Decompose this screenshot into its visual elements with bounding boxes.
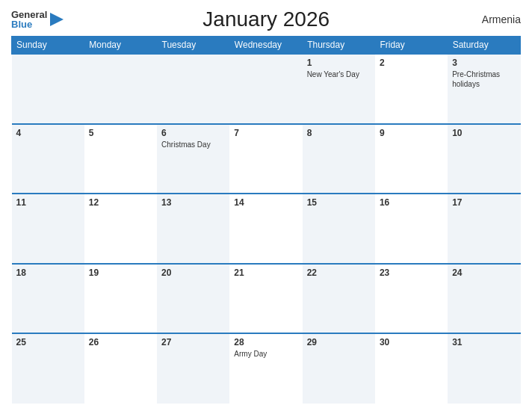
day-cell: 21 xyxy=(229,264,302,334)
day-number: 19 xyxy=(89,268,152,278)
day-number: 30 xyxy=(380,337,443,347)
day-cell: 12 xyxy=(84,194,157,264)
header-monday: Monday xyxy=(84,37,157,55)
week-row-3: 11121314151617 xyxy=(12,194,521,264)
day-number: 29 xyxy=(307,337,371,347)
day-cell: 3Pre-Christmas holidays xyxy=(448,54,520,124)
day-number: 24 xyxy=(452,268,516,278)
day-cell: 31 xyxy=(448,333,520,404)
day-cell: 10 xyxy=(448,124,520,194)
day-number: 25 xyxy=(16,337,80,347)
day-cell: 11 xyxy=(12,194,84,264)
day-cell: 2 xyxy=(375,54,448,124)
day-number: 28 xyxy=(234,337,297,347)
day-cell xyxy=(12,54,84,124)
day-number: 11 xyxy=(16,197,80,208)
day-cell: 20 xyxy=(157,264,229,334)
day-cell xyxy=(157,54,229,124)
day-number: 23 xyxy=(380,268,443,278)
day-number: 22 xyxy=(307,268,371,278)
weekday-header-row: Sunday Monday Tuesday Wednesday Thursday… xyxy=(12,37,521,55)
day-cell xyxy=(229,54,302,124)
day-number: 5 xyxy=(89,128,152,138)
day-number: 16 xyxy=(380,197,443,208)
day-number: 7 xyxy=(234,128,297,138)
header-saturday: Saturday xyxy=(448,37,520,55)
calendar-table: Sunday Monday Tuesday Wednesday Thursday… xyxy=(11,36,521,404)
header-tuesday: Tuesday xyxy=(157,37,229,55)
day-cell: 29 xyxy=(303,333,375,404)
svg-marker-0 xyxy=(50,13,64,26)
day-cell: 4 xyxy=(12,124,84,194)
day-number: 20 xyxy=(161,268,225,278)
day-cell: 19 xyxy=(84,264,157,334)
day-number: 18 xyxy=(16,268,80,278)
header-friday: Friday xyxy=(375,37,448,55)
day-cell: 13 xyxy=(157,194,229,264)
logo-blue: Blue xyxy=(11,19,47,29)
day-cell: 28Army Day xyxy=(229,333,302,404)
day-number: 15 xyxy=(307,197,371,208)
day-cell: 27 xyxy=(157,333,229,404)
header-thursday: Thursday xyxy=(303,37,375,55)
week-row-2: 456Christmas Day78910 xyxy=(12,124,521,194)
header-wednesday: Wednesday xyxy=(229,37,302,55)
day-number: 9 xyxy=(380,128,443,138)
holiday-label: Christmas Day xyxy=(161,140,211,149)
day-number: 13 xyxy=(161,197,225,208)
day-cell: 14 xyxy=(229,194,302,264)
day-cell: 23 xyxy=(375,264,448,334)
day-cell: 9 xyxy=(375,124,448,194)
country-label: Armenia xyxy=(468,13,521,25)
day-cell: 17 xyxy=(448,194,520,264)
day-cell: 7 xyxy=(229,124,302,194)
holiday-label: Army Day xyxy=(234,350,267,358)
calendar-header: General Blue January 2026 Armenia xyxy=(11,7,521,31)
day-cell: 1New Year's Day xyxy=(303,54,375,124)
day-number: 14 xyxy=(234,197,297,208)
day-number: 6 xyxy=(161,128,225,138)
day-number: 12 xyxy=(89,197,152,208)
day-number: 17 xyxy=(452,197,516,208)
holiday-label: New Year's Day xyxy=(307,70,359,78)
day-number: 8 xyxy=(307,128,371,138)
day-cell: 22 xyxy=(303,264,375,334)
day-number: 21 xyxy=(234,268,297,278)
day-number: 31 xyxy=(452,337,516,347)
day-number: 1 xyxy=(307,58,371,68)
day-number: 4 xyxy=(16,128,80,138)
day-number: 10 xyxy=(452,128,516,138)
logo: General Blue xyxy=(11,10,64,29)
week-row-1: 1New Year's Day23Pre-Christmas holidays xyxy=(12,54,521,124)
day-cell: 8 xyxy=(303,124,375,194)
day-number: 27 xyxy=(161,337,225,347)
holiday-label: Pre-Christmas holidays xyxy=(452,70,500,88)
day-cell: 24 xyxy=(448,264,520,334)
day-cell: 25 xyxy=(12,333,84,404)
week-row-4: 18192021222324 xyxy=(12,264,521,334)
day-cell: 5 xyxy=(84,124,157,194)
day-number: 3 xyxy=(452,58,516,68)
day-cell: 26 xyxy=(84,333,157,404)
day-cell: 30 xyxy=(375,333,448,404)
calendar-page: General Blue January 2026 Armenia Sunday… xyxy=(0,0,532,411)
day-cell: 15 xyxy=(303,194,375,264)
header-sunday: Sunday xyxy=(12,37,84,55)
day-cell: 18 xyxy=(12,264,84,334)
day-cell xyxy=(84,54,157,124)
day-number: 26 xyxy=(89,337,152,347)
day-cell: 16 xyxy=(375,194,448,264)
week-row-5: 25262728Army Day293031 xyxy=(12,333,521,404)
day-cell: 6Christmas Day xyxy=(157,124,229,194)
day-number: 2 xyxy=(380,58,443,68)
logo-flag-icon xyxy=(50,13,64,26)
calendar-title: January 2026 xyxy=(64,7,468,31)
